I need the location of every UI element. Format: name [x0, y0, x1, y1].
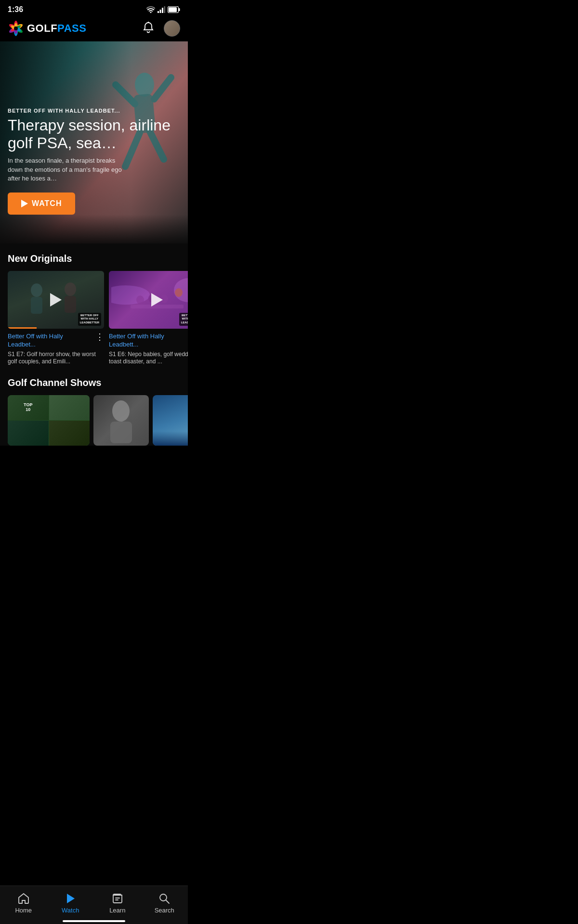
- golf-pass-logo-text: GOLFPASS: [27, 22, 86, 35]
- svg-line-19: [154, 77, 171, 99]
- video-thumbnail[interactable]: BETTER OFFWITH HALLYLEADBETTER: [109, 271, 188, 329]
- video-title[interactable]: Better Off with Hally Leadbet...: [8, 333, 92, 349]
- status-icons: [146, 6, 180, 13]
- wifi-icon: [146, 6, 155, 13]
- svg-point-29: [136, 295, 144, 304]
- watch-button[interactable]: WATCH: [8, 192, 75, 215]
- new-originals-title: New Originals: [0, 253, 188, 264]
- video-subtitle: S1 E6: Nepo babies, golf wedding toast d…: [109, 351, 188, 366]
- signal-icon: [158, 6, 165, 13]
- play-button[interactable]: [50, 293, 62, 307]
- list-item[interactable]: [93, 395, 149, 446]
- svg-point-14: [14, 26, 18, 30]
- header: GOLFPASS: [0, 17, 188, 41]
- svg-point-26: [111, 285, 150, 305]
- svg-point-16: [135, 73, 154, 97]
- new-originals-row: BETTER OFFWITH HALLYLEADBETTER Better Of…: [0, 271, 188, 366]
- hero-section: BETTER OFF WITH HALLY LEADBET... Therapy…: [0, 41, 188, 244]
- status-bar: 1:36: [0, 0, 188, 17]
- svg-point-22: [31, 283, 42, 297]
- nbc-peacock-logo: [8, 20, 24, 37]
- watch-label: WATCH: [32, 199, 62, 208]
- svg-rect-6: [169, 7, 177, 12]
- list-item[interactable]: TOP10: [8, 395, 90, 446]
- golf-channel-shows-section: Golf Channel Shows TOP10: [0, 377, 188, 446]
- list-item[interactable]: [153, 395, 188, 446]
- video-meta: Better Off with Hally Leadbet... ⋮: [8, 333, 104, 349]
- play-icon: [21, 200, 28, 207]
- svg-rect-34: [110, 422, 132, 443]
- progress-bar: [8, 327, 37, 329]
- svg-rect-1: [160, 10, 161, 13]
- hero-description: In the season finale, a therapist breaks…: [8, 156, 123, 183]
- battery-icon: [168, 6, 180, 13]
- more-options-button[interactable]: ⋮: [95, 333, 104, 341]
- video-title[interactable]: Better Off with Hally Leadbett...: [109, 333, 188, 349]
- list-item: BETTER OFFWITH HALLYLEADBETTER Better Of…: [8, 271, 104, 366]
- video-thumbnail[interactable]: BETTER OFFWITH HALLYLEADBETTER: [8, 271, 104, 329]
- svg-rect-25: [65, 296, 76, 313]
- svg-rect-5: [179, 8, 180, 11]
- svg-rect-2: [162, 8, 163, 13]
- hero-show-title: BETTER OFF WITH HALLY LEADBET...: [8, 108, 180, 114]
- status-time: 1:36: [8, 5, 23, 14]
- video-subtitle: S1 E7: Golf horror show, the worst golf …: [8, 351, 104, 366]
- bell-icon[interactable]: [142, 21, 157, 36]
- golf-channel-shows-row: TOP10: [0, 395, 188, 446]
- svg-rect-23: [31, 297, 42, 314]
- new-originals-section: New Originals BETTER OFFWITH HALLYLEADBE…: [0, 253, 188, 366]
- svg-point-24: [65, 282, 76, 296]
- show-logo-badge: BETTER OFFWITH HALLYLEADBETTER: [78, 313, 101, 326]
- svg-rect-0: [158, 11, 159, 13]
- play-button[interactable]: [151, 293, 163, 307]
- video-meta: Better Off with Hally Leadbett... ⋮: [109, 333, 188, 349]
- svg-point-32: [175, 288, 183, 297]
- user-avatar[interactable]: [164, 20, 180, 37]
- show-logo-badge: BETTER OFFWITH HALLYLEADBETTER: [179, 313, 188, 326]
- content-area: New Originals BETTER OFFWITH HALLYLEADBE…: [0, 244, 188, 446]
- logo-container[interactable]: GOLFPASS: [8, 20, 86, 37]
- svg-point-33: [112, 400, 130, 422]
- header-right: [142, 20, 180, 37]
- hero-content: BETTER OFF WITH HALLY LEADBET... Therapy…: [8, 108, 180, 215]
- hero-episode-title: Therapy session, airline golf PSA, sea…: [8, 116, 180, 152]
- list-item: BETTER OFFWITH HALLYLEADBETTER Better Of…: [109, 271, 188, 366]
- golf-channel-shows-title: Golf Channel Shows: [0, 377, 188, 388]
- svg-rect-3: [164, 6, 166, 13]
